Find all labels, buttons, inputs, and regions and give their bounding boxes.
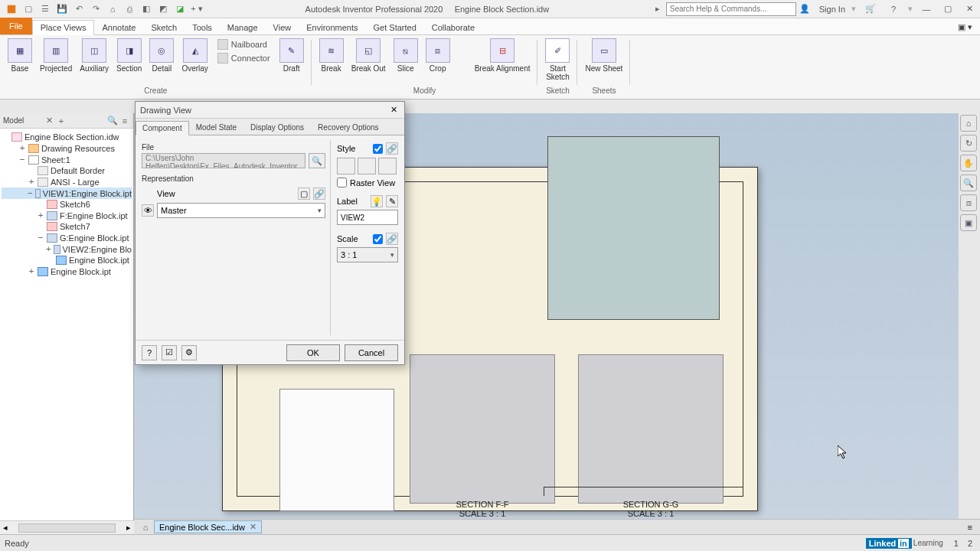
page-2[interactable]: 2 — [965, 539, 975, 548]
help-icon[interactable]: ? — [887, 2, 900, 16]
auxiliary-button[interactable]: ◫Auxiliary — [77, 37, 112, 86]
undo-icon[interactable]: ↶ — [72, 2, 86, 16]
qa-more-icon[interactable]: + ▾ — [190, 2, 204, 16]
label-input[interactable] — [337, 210, 398, 225]
style-link-checkbox[interactable] — [373, 144, 383, 154]
home-doc-tab[interactable]: ⌂ — [137, 520, 154, 534]
nav-zoom-icon[interactable]: 🔍 — [960, 174, 977, 191]
raster-view-checkbox[interactable] — [337, 178, 347, 187]
user-icon[interactable]: 👤 — [798, 2, 812, 16]
browser-close-icon[interactable]: ✕ — [44, 116, 54, 126]
new-sheet-button[interactable]: ▭New Sheet — [582, 37, 626, 86]
tree-sketch6[interactable]: Sketch6 — [2, 199, 132, 210]
base-button[interactable]: ▦Base — [5, 37, 35, 86]
break-button[interactable]: ≋Break — [316, 37, 347, 86]
app-menu-icon[interactable] — [5, 2, 18, 16]
tab-get-started[interactable]: Get Started — [366, 21, 424, 34]
tree-engine-block-ipt-2[interactable]: +Engine Block.ipt — [2, 266, 132, 277]
tab-view[interactable]: View — [266, 21, 299, 34]
scale-link-checkbox[interactable] — [373, 234, 383, 244]
browser-add-icon[interactable]: + — [56, 116, 67, 126]
nav-pan-icon[interactable]: ✋ — [960, 155, 977, 171]
maximize-button[interactable]: ▢ — [940, 2, 956, 16]
dialog-tab-component[interactable]: Component — [136, 121, 189, 135]
signin-link[interactable]: Sign In — [819, 5, 845, 14]
tab-environments[interactable]: Environments — [299, 21, 365, 34]
tree-engine-block-ipt-1[interactable]: Engine Block.ipt — [2, 255, 132, 266]
home-icon[interactable]: ⌂ — [106, 2, 119, 16]
browser-scrollbar[interactable]: ◂▸ — [0, 520, 134, 534]
dialog-help-button[interactable]: ? — [142, 345, 157, 360]
new-icon[interactable]: ▢ — [21, 2, 35, 16]
view-rep-icon[interactable]: 👁 — [142, 204, 154, 217]
draft-button[interactable]: ✎Draft — [276, 37, 307, 86]
page-1[interactable]: 1 — [951, 539, 962, 548]
detail-button[interactable]: ◎Detail — [146, 37, 177, 86]
tab-sketch[interactable]: Sketch — [144, 21, 185, 34]
style-shaded-button[interactable] — [378, 158, 397, 174]
label-visibility-icon[interactable]: 💡 — [371, 195, 383, 207]
view-combo[interactable]: Master▾ — [157, 203, 325, 218]
style-no-hidden-button[interactable] — [358, 158, 376, 174]
close-button[interactable]: ✕ — [962, 2, 977, 16]
tab-manage[interactable]: Manage — [220, 21, 266, 34]
save-icon[interactable]: 💾 — [55, 2, 69, 16]
dialog-tab-display-options[interactable]: Display Options — [243, 120, 311, 135]
label-edit-icon[interactable]: ✎ — [386, 195, 398, 207]
tree-ansi-large[interactable]: +ANSI - Large — [2, 176, 132, 187]
doctabs-menu-icon[interactable]: ≡ — [963, 523, 977, 532]
tree-drawing-resources[interactable]: +Drawing Resources — [2, 142, 132, 154]
search-input[interactable] — [666, 2, 796, 16]
cart-icon[interactable]: 🛒 — [864, 2, 877, 16]
view-toggle-icon[interactable]: ▢ — [298, 187, 310, 200]
tree-f-section[interactable]: +F:Engine Block.ipt — [2, 210, 132, 221]
nav-home-icon[interactable]: ⌂ — [960, 115, 977, 132]
tree-g-section[interactable]: −G:Engine Block.ipt — [2, 232, 132, 243]
tree-sketch7[interactable]: Sketch7 — [2, 221, 132, 232]
nav-zoom-window-icon[interactable]: ⧈ — [960, 194, 977, 211]
cancel-button[interactable]: Cancel — [345, 344, 398, 361]
dialog-close-button[interactable]: ✕ — [387, 104, 400, 116]
ribbon-expand-icon[interactable]: ▣ ▾ — [950, 20, 980, 34]
overlay-button[interactable]: ◭Overlay — [178, 37, 211, 86]
tab-tools[interactable]: Tools — [185, 21, 220, 34]
doc-tab-close-icon[interactable]: ✕ — [250, 522, 256, 532]
tree-view1[interactable]: −VIEW1:Engine Block.ipt — [2, 187, 132, 199]
print-icon[interactable]: ⎙ — [122, 2, 136, 16]
nailboard-button[interactable]: Nailboard — [214, 38, 273, 51]
open-icon[interactable]: ☰ — [38, 2, 52, 16]
dialog-tab-recovery[interactable]: Recovery Options — [311, 120, 385, 135]
browser-menu-icon[interactable]: ≡ — [119, 116, 130, 126]
scale-combo[interactable]: 3 : 1▾ — [337, 247, 398, 262]
slice-button[interactable]: ⧅Slice — [390, 37, 421, 86]
search-arrow-icon[interactable]: ▸ — [651, 2, 665, 16]
breakout-button[interactable]: ◱Break Out — [348, 37, 389, 86]
style-link-icon[interactable]: 🔗 — [386, 142, 398, 155]
drawing-view-isometric[interactable] — [547, 136, 720, 320]
file-path-field[interactable]: C:\Users\John Helfen\Desktop\Ex_Files_Au… — [142, 153, 305, 168]
start-sketch-button[interactable]: ✐Start Sketch — [542, 37, 573, 86]
appearance-icon[interactable]: ◪ — [173, 2, 187, 16]
projected-button[interactable]: ▥Projected — [37, 37, 75, 86]
doc-tab-active[interactable]: Engine Block Sec...idw ✕ — [154, 520, 262, 533]
tree-default-border[interactable]: Default Border — [2, 165, 132, 176]
drawing-view-front[interactable] — [279, 389, 394, 511]
style-hidden-button[interactable] — [337, 158, 355, 174]
tab-annotate[interactable]: Annotate — [94, 21, 143, 34]
view-link-icon[interactable]: 🔗 — [313, 187, 325, 200]
dialog-check-button[interactable]: ☑ — [162, 345, 177, 360]
section-button[interactable]: ◨Section — [113, 37, 145, 86]
scale-link-icon[interactable]: 🔗 — [386, 233, 398, 245]
drawing-view-section-g[interactable]: SECTION G-G SCALE 3 : 1 — [578, 354, 724, 504]
browse-button[interactable]: 🔍 — [309, 153, 325, 168]
crop-button[interactable]: ⧇Crop — [423, 37, 453, 86]
team-icon[interactable]: ◧ — [139, 2, 153, 16]
minimize-button[interactable]: — — [919, 2, 934, 16]
dialog-options-button[interactable]: ⚙ — [181, 345, 197, 360]
nav-orbit-icon[interactable]: ↻ — [960, 135, 977, 152]
material-icon[interactable]: ◩ — [156, 2, 170, 16]
dialog-tab-model-state[interactable]: Model State — [189, 120, 243, 135]
break-alignment-button[interactable]: ⊟Break Alignment — [472, 37, 534, 86]
redo-icon[interactable]: ↷ — [89, 2, 103, 16]
tree-sheet1[interactable]: −Sheet:1 — [2, 154, 132, 165]
